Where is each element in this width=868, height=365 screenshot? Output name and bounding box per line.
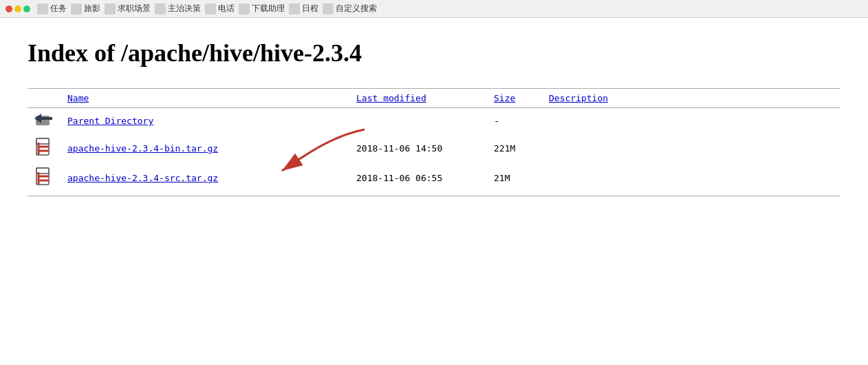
nav-item-tasks[interactable]: 任务 [37, 3, 67, 14]
nav-item-custom-search[interactable]: 自定义搜索 [323, 3, 377, 14]
file-src-desc [542, 163, 840, 193]
download-icon [239, 3, 250, 14]
nav-item-clinical[interactable]: 主治决策 [155, 3, 201, 14]
close-dot[interactable] [6, 6, 12, 12]
parent-dir-desc [542, 108, 840, 134]
jobs-icon [105, 3, 116, 14]
name-sort-link[interactable]: Name [67, 93, 89, 103]
table-row: apache-hive-2.3.4-src.tar.gz 2018-11-06 … [28, 163, 840, 193]
col-desc-header[interactable]: Description [542, 89, 840, 108]
top-nav-bar: 任务 旅影 求职场景 主治决策 电话 下载助理 日程 自定义搜索 [0, 0, 868, 18]
custom-search-icon [323, 3, 334, 14]
nav-item-schedule[interactable]: 日程 [289, 3, 318, 14]
minimize-dot[interactable] [14, 6, 21, 12]
nav-item-download[interactable]: 下载助理 [239, 3, 285, 14]
table-bottom-line [28, 196, 840, 196]
schedule-icon [289, 3, 300, 14]
phone-icon [205, 3, 216, 14]
col-name-header[interactable]: Name [61, 89, 349, 108]
row-icon-cell [28, 134, 61, 163]
file-bin-link[interactable]: apache-hive-2.3.4-bin.tar.gz [67, 143, 218, 154]
page-title: Index of /apache/hive/hive-2.3.4 [28, 39, 840, 67]
modified-sort-link[interactable]: Last modified [356, 93, 426, 103]
file-bin-modified: 2018-11-06 14:50 [349, 134, 487, 163]
file-bin-name-cell[interactable]: apache-hive-2.3.4-bin.tar.gz [61, 134, 349, 163]
clinical-icon [155, 3, 166, 14]
nav-item-jobs[interactable]: 求职场景 [105, 3, 151, 14]
file-src-link[interactable]: apache-hive-2.3.4-src.tar.gz [67, 173, 218, 183]
parent-dir-link[interactable]: Parent Directory [67, 116, 153, 126]
file-src-modified: 2018-11-06 06:55 [349, 163, 487, 193]
size-sort-link[interactable]: Size [494, 93, 515, 103]
file-icon [35, 167, 53, 187]
row-icon-cell [28, 108, 61, 134]
file-icon [35, 137, 53, 158]
maximize-dot[interactable] [23, 6, 30, 12]
table-header-row: Name Last modified Size Description [28, 89, 840, 108]
photos-icon [71, 3, 82, 14]
file-bin-size: 221M [487, 134, 542, 163]
window-controls [6, 6, 30, 12]
icon-col-header [28, 89, 61, 108]
col-size-header[interactable]: Size [487, 89, 542, 108]
table-row: Parent Directory - [28, 108, 840, 134]
parent-dir-cell[interactable]: Parent Directory [61, 108, 349, 134]
row-icon-cell [28, 163, 61, 193]
file-bin-desc [542, 134, 840, 163]
back-icon [34, 112, 54, 128]
table-row: apache-hive-2.3.4-bin.tar.gz 2018-11-06 … [28, 134, 840, 163]
page-content: Index of /apache/hive/hive-2.3.4 Name La… [0, 18, 868, 217]
col-modified-header[interactable]: Last modified [349, 89, 487, 108]
file-src-size: 21M [487, 163, 542, 193]
parent-dir-modified [349, 108, 487, 134]
file-table: Name Last modified Size Description [28, 88, 840, 193]
parent-dir-size: - [487, 108, 542, 134]
nav-item-phone[interactable]: 电话 [205, 3, 235, 14]
nav-item-photos[interactable]: 旅影 [71, 3, 100, 14]
tasks-icon [37, 3, 48, 14]
file-src-name-cell[interactable]: apache-hive-2.3.4-src.tar.gz [61, 163, 349, 193]
description-sort-link[interactable]: Description [549, 93, 608, 103]
